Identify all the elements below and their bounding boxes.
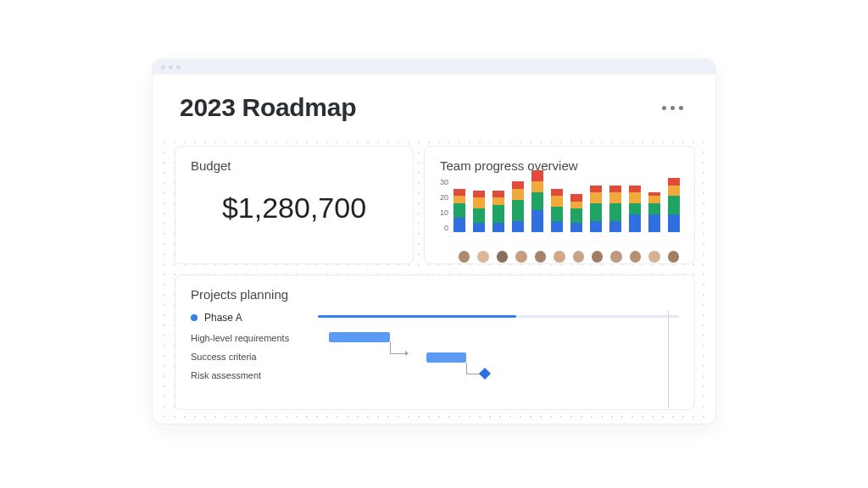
more-menu-button[interactable] [657, 101, 688, 115]
window-dot [176, 65, 181, 69]
gantt-timeline [318, 315, 679, 318]
task-label-success[interactable]: Success criteria [191, 347, 318, 366]
window-dot [169, 65, 173, 69]
chart-bar [453, 189, 465, 232]
planning-title: Projects planning [191, 287, 679, 302]
gantt-area [318, 307, 679, 408]
chart-bar [648, 192, 660, 232]
window-dot [161, 65, 165, 69]
task-label-risk[interactable]: Risk assessment [191, 366, 318, 385]
y-tick: 30 [440, 178, 448, 186]
member-avatar[interactable] [648, 251, 659, 263]
budget-card[interactable]: Budget $1,280,700 [175, 146, 414, 264]
gantt-bar-success[interactable] [426, 352, 466, 363]
dot-icon [670, 106, 675, 110]
chart-bar [531, 170, 543, 232]
chart-y-axis: 30 20 10 0 [440, 178, 448, 232]
team-progress-card[interactable]: Team progress overview 30 20 10 0 [424, 146, 695, 264]
chart-bar [609, 186, 621, 232]
budget-value: $1,280,700 [191, 191, 398, 225]
page-title: 2023 Roadmap [180, 93, 356, 122]
window-titlebar [153, 59, 715, 75]
phase-dot-icon [191, 314, 198, 321]
gantt-today-line [668, 310, 669, 408]
phase-label: Phase A [204, 312, 242, 324]
member-avatar[interactable] [668, 251, 679, 263]
member-avatar[interactable] [610, 251, 621, 263]
chart-bar [570, 194, 582, 232]
budget-title: Budget [191, 158, 398, 173]
progress-chart: 30 20 10 0 [440, 178, 679, 246]
chart-bar [473, 191, 485, 232]
app-window: 2023 Roadmap Budget $1,280,700 Team prog… [153, 59, 715, 424]
member-avatar[interactable] [573, 251, 584, 263]
member-avatar[interactable] [592, 251, 603, 263]
gantt-timeline-done [318, 315, 516, 318]
chart-bar [590, 186, 602, 232]
member-avatar[interactable] [515, 251, 526, 263]
chart-bar [512, 181, 524, 232]
planning-left-column: Phase A High-level requirements Success … [191, 307, 318, 385]
chart-bar [551, 189, 563, 232]
progress-title: Team progress overview [440, 158, 679, 173]
gantt-bar-hlr[interactable] [329, 332, 390, 342]
chart-bar [668, 178, 680, 232]
page-header: 2023 Roadmap [153, 75, 715, 137]
chart-avatars [459, 251, 679, 263]
planning-body: Phase A High-level requirements Success … [191, 307, 679, 408]
dashboard-canvas: Budget $1,280,700 Team progress overview… [159, 137, 709, 424]
chart-bar [629, 186, 641, 232]
y-tick: 10 [440, 208, 448, 217]
y-tick: 20 [440, 193, 448, 202]
member-avatar[interactable] [535, 251, 546, 263]
phase-row[interactable]: Phase A [191, 307, 318, 329]
projects-planning-card[interactable]: Projects planning Phase A High-level req… [175, 274, 695, 410]
dot-icon [662, 106, 666, 110]
chart-bar [492, 191, 504, 232]
member-avatar[interactable] [477, 251, 488, 263]
member-avatar[interactable] [459, 251, 470, 263]
member-avatar[interactable] [554, 251, 565, 263]
member-avatar[interactable] [497, 251, 508, 263]
member-avatar[interactable] [630, 251, 641, 263]
dot-icon [679, 106, 683, 110]
y-tick: 0 [440, 224, 448, 232]
gantt-connector [390, 342, 405, 354]
chart-bars [453, 178, 680, 232]
task-label-hlr[interactable]: High-level requirements [191, 329, 318, 347]
